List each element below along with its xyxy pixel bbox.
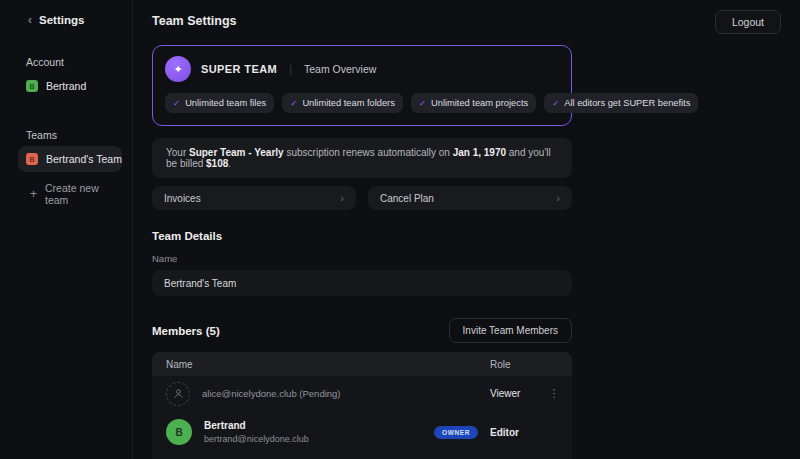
benefit-pill: ✓ All editors get SUPER benefits [544,93,698,113]
members-header: Members (5) Invite Team Members [152,318,572,343]
chevron-right-icon: › [340,192,344,204]
column-header-name: Name [166,359,490,370]
team-name-input[interactable] [152,270,572,296]
member-identity: Bertrand bertrand@nicelydone.club [204,419,309,445]
members-table-header: Name Role [152,352,572,376]
teams-section-label: Teams [26,129,122,141]
plan-name: Super Team - Yearly [189,147,284,158]
team-details-heading: Team Details [152,230,572,242]
account-avatar: B [26,80,38,92]
main-panel: Team Settings Logout ✦ SUPER TEAM | Team… [133,0,800,459]
owner-badge: OWNER [434,426,478,439]
sidebar-item-label: Bertrand [46,80,86,92]
main-content: ✦ SUPER TEAM | Team Overview ✓ Unlimited… [152,45,572,459]
member-name-cell: alice@nicelydone.club (Pending) [166,382,490,406]
row-menu-kebab-icon[interactable]: ⋮ [536,387,572,400]
benefit-label: Unlimited team projects [431,98,528,108]
divider: | [289,63,292,75]
main-header: Team Settings Logout [152,10,781,34]
notice-text: Your [166,147,189,158]
billed-amount: $108 [206,158,228,169]
plan-actions-row: Invoices › Cancel Plan › [152,186,572,210]
create-new-team-label: Create new team [45,182,122,206]
sidebar-item-account-bertrand[interactable]: B Bertrand [18,73,122,99]
sidebar-item-bertrands-team[interactable]: B Bertrand's Team [18,146,122,172]
check-icon: ✓ [552,98,559,108]
benefits-row: ✓ Unlimited team files ✓ Unlimited team … [165,93,559,113]
table-row: B Bertrand bertrand@nicelydone.club OWNE… [152,411,572,453]
pending-user-icon [166,382,190,406]
invoices-button[interactable]: Invoices › [152,186,356,210]
renewal-date: Jan 1, 1970 [453,147,506,158]
super-team-card-header: ✦ SUPER TEAM | Team Overview [165,56,559,82]
logout-button[interactable]: Logout [715,10,781,34]
super-team-card: ✦ SUPER TEAM | Team Overview ✓ Unlimited… [152,45,572,126]
team-avatar: B [26,153,38,165]
check-icon: ✓ [290,98,297,108]
members-heading: Members (5) [152,325,220,337]
invoices-label: Invoices [164,193,201,204]
benefit-label: Unlimited team files [185,98,266,108]
member-name: alice@nicelydone.club (Pending) [202,388,341,399]
super-team-name: SUPER TEAM [201,63,277,75]
account-section-label: Account [26,56,122,68]
team-overview-label: Team Overview [304,63,376,75]
subscription-notice: Your Super Team - Yearly subscription re… [152,138,572,178]
settings-back-label: Settings [39,14,84,26]
page-title: Team Settings [152,14,237,28]
benefit-pill: ✓ Unlimited team files [165,93,274,113]
notice-text: subscription renews automatically on [284,147,453,158]
check-icon: ✓ [419,98,426,108]
team-details-section: Team Details Name [152,230,572,296]
benefit-label: All editors get SUPER benefits [564,98,690,108]
benefit-label: Unlimited team folders [302,98,395,108]
member-name-cell: B Bertrand bertrand@nicelydone.club [166,419,434,445]
column-header-role: Role [490,359,536,370]
member-avatar: B [166,419,192,445]
back-to-settings[interactable]: ‹ Settings [28,14,122,26]
benefit-pill: ✓ Unlimited team projects [411,93,536,113]
benefit-pill: ✓ Unlimited team folders [282,93,403,113]
member-name: Bertrand [204,419,309,433]
sidebar-item-label: Bertrand's Team [46,153,122,165]
members-table: Name Role alice@nicelydone.club (Pending… [152,352,572,459]
member-email: bertrand@nicelydone.club [204,433,309,445]
sidebar: ‹ Settings Account B Bertrand Teams B Be… [0,0,133,459]
app-window: ‹ Settings Account B Bertrand Teams B Be… [0,0,800,459]
back-chevron-icon: ‹ [28,14,32,26]
table-row: alice@nicelydone.club (Pending) Viewer ⋮ [152,376,572,411]
check-icon: ✓ [173,98,180,108]
plus-icon: + [30,188,37,200]
cancel-plan-button[interactable]: Cancel Plan › [368,186,572,210]
member-role: Viewer [490,388,536,399]
invite-team-members-button[interactable]: Invite Team Members [449,318,572,343]
team-name-label: Name [152,253,572,264]
create-new-team-button[interactable]: + Create new team [30,182,122,206]
member-role: Editor [490,427,536,438]
notice-text: . [228,158,231,169]
cancel-plan-label: Cancel Plan [380,193,434,204]
table-row: john@nicelydone.club (Pending) Viewer ⋮ [152,453,572,459]
chevron-right-icon: › [556,192,560,204]
sparkle-icon: ✦ [165,56,191,82]
